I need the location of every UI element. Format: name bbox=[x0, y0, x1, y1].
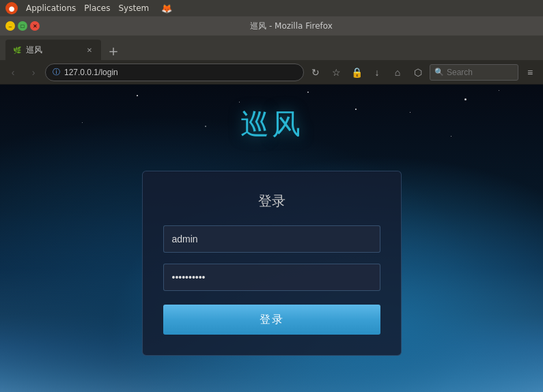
browser-window: – □ ✕ 巡风 - Mozilla Firefox 🌿 巡风 ✕ + ‹ › … bbox=[0, 16, 543, 392]
login-card: 登录 登录 bbox=[142, 171, 402, 356]
space-background: 巡风 登录 登录 bbox=[0, 85, 543, 392]
firefox-icon: 🦊 bbox=[161, 3, 172, 14]
star bbox=[410, 112, 410, 113]
login-button[interactable]: 登录 bbox=[163, 305, 380, 335]
home-button[interactable]: ⌂ bbox=[389, 64, 406, 81]
bookmark-button[interactable]: ☆ bbox=[327, 64, 345, 81]
back-button[interactable]: ‹ bbox=[4, 64, 22, 81]
star bbox=[239, 102, 240, 102]
star bbox=[137, 95, 138, 96]
star bbox=[451, 136, 451, 137]
os-topbar: ● Applications Places System 🦊 bbox=[0, 0, 543, 16]
star bbox=[355, 109, 357, 110]
tab-label: 巡风 bbox=[26, 44, 81, 56]
close-button[interactable]: ✕ bbox=[30, 21, 40, 31]
browser-content: 巡风 登录 登录 bbox=[0, 85, 543, 392]
menu-button[interactable]: ≡ bbox=[521, 64, 539, 81]
tab-favicon: 🌿 bbox=[12, 45, 22, 55]
applications-menu[interactable]: Applications bbox=[26, 3, 76, 13]
page-title: 巡风 bbox=[240, 105, 303, 143]
reload-button[interactable]: ↻ bbox=[307, 64, 324, 81]
system-menu[interactable]: System bbox=[118, 3, 149, 13]
minimize-button[interactable]: – bbox=[5, 21, 15, 31]
maximize-button[interactable]: □ bbox=[18, 21, 27, 31]
username-input[interactable] bbox=[163, 225, 380, 253]
ubuntu-logo[interactable]: ● bbox=[5, 2, 18, 14]
security-icon: ⓘ bbox=[53, 67, 60, 77]
star bbox=[82, 122, 83, 123]
search-input[interactable] bbox=[447, 68, 508, 77]
shield-button[interactable]: 🔒 bbox=[348, 64, 365, 81]
login-heading: 登录 bbox=[258, 192, 286, 210]
window-title: 巡风 - Mozilla Firefox bbox=[45, 20, 538, 32]
password-input[interactable] bbox=[163, 264, 380, 291]
star bbox=[307, 92, 309, 93]
browser-tab[interactable]: 🌿 巡风 ✕ bbox=[5, 40, 101, 60]
tab-bar: 🌿 巡风 ✕ + bbox=[0, 36, 543, 60]
new-tab-button[interactable]: + bbox=[104, 41, 123, 60]
star bbox=[464, 98, 467, 100]
nav-bar: ‹ › ⓘ ↻ ☆ 🔒 ↓ ⌂ ⬡ 🔍 ≡ bbox=[0, 60, 543, 85]
address-bar-wrapper: ⓘ bbox=[45, 64, 304, 81]
forward-button[interactable]: › bbox=[25, 64, 42, 81]
title-bar: – □ ✕ 巡风 - Mozilla Firefox bbox=[0, 16, 543, 36]
download-button[interactable]: ↓ bbox=[368, 64, 386, 81]
places-menu[interactable]: Places bbox=[84, 3, 110, 13]
search-bar-wrapper: 🔍 bbox=[430, 64, 518, 81]
star bbox=[499, 90, 499, 91]
search-icon: 🔍 bbox=[434, 68, 444, 76]
pocket-button[interactable]: ⬡ bbox=[409, 64, 427, 81]
address-input[interactable] bbox=[64, 68, 296, 77]
window-controls: – □ ✕ bbox=[5, 21, 40, 31]
tab-close-button[interactable]: ✕ bbox=[85, 45, 94, 55]
star bbox=[205, 126, 206, 127]
